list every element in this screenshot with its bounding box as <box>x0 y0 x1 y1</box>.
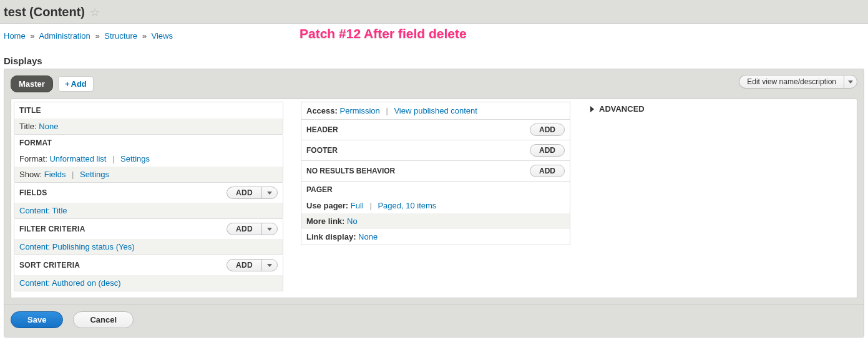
filter-row-1: Content: Publishing status (Yes) <box>14 239 283 255</box>
show-label: Show: <box>19 170 42 179</box>
format-header: FORMAT <box>14 135 283 151</box>
column-mid: Access: Permission | View published cont… <box>301 102 570 295</box>
view-edit-canvas: TITLE Title: None FORMAT Format: Unforma… <box>11 99 857 298</box>
noresults-section-label: NO RESULTS BEHAVIOR <box>306 167 395 175</box>
header-add-button[interactable]: Add <box>530 124 565 136</box>
format-settings-link[interactable]: Settings <box>120 154 150 163</box>
use-pager-row: Use pager: Full | Paged, 10 items <box>301 198 570 213</box>
fields-add-dropdown[interactable] <box>261 187 278 199</box>
pipe: | <box>112 154 114 163</box>
noresults-add-button[interactable]: Add <box>530 165 565 177</box>
page-title: test (Content) <box>4 5 85 19</box>
filter-bucket: FILTER CRITERIA Add Content: Publishing … <box>14 219 283 255</box>
fields-add-button[interactable]: Add <box>227 187 261 199</box>
format-row: Format: Unformatted list | Settings <box>14 151 283 167</box>
format-label: Format: <box>19 154 47 163</box>
fields-header: FIELDS Add <box>14 183 283 203</box>
format-bucket: FORMAT Format: Unformatted list | Settin… <box>14 135 283 183</box>
header-add-group[interactable]: Add <box>530 124 565 136</box>
pipe: | <box>369 201 371 210</box>
title-label: Title: <box>19 122 37 131</box>
use-pager-detail-link[interactable]: Paged, 10 items <box>378 201 436 210</box>
advanced-label: ADVANCED <box>599 104 645 114</box>
title-bucket: TITLE Title: None <box>14 102 283 135</box>
edit-view-dropdown[interactable]: Edit view name/description <box>739 75 857 89</box>
edit-view-name-button[interactable]: Edit view name/description <box>739 75 844 89</box>
chevron-down-icon <box>267 264 272 267</box>
filter-add-group[interactable]: Add <box>227 223 278 235</box>
breadcrumb-views[interactable]: Views <box>152 31 173 41</box>
filter-add-button[interactable]: Add <box>227 223 261 235</box>
displays-tabs: Master +Add Edit view name/description <box>4 69 864 99</box>
access-detail-link[interactable]: View published content <box>394 106 477 115</box>
title-header: TITLE <box>14 102 283 119</box>
noresults-add-group[interactable]: Add <box>530 165 565 177</box>
breadcrumb-sep: » <box>142 31 147 41</box>
chevron-down-icon <box>267 192 272 195</box>
header-section-label: HEADER <box>306 125 338 134</box>
chevron-down-icon <box>267 228 272 231</box>
save-button[interactable]: Save <box>11 311 63 328</box>
displays-heading: Displays <box>4 56 868 66</box>
fields-row-1: Content: Title <box>14 203 283 218</box>
footer-section-label: FOOTER <box>306 146 338 155</box>
breadcrumb-sep: » <box>95 31 99 41</box>
tab-master[interactable]: Master <box>11 75 53 92</box>
chevron-down-icon <box>848 80 853 84</box>
more-link-row: More link: No <box>301 213 570 229</box>
sort-add-dropdown[interactable] <box>261 259 278 271</box>
field-content-title[interactable]: Content: Title <box>19 206 67 215</box>
add-display-label: Add <box>71 79 87 89</box>
title-row: Title: None <box>14 119 283 134</box>
edit-view-dropdown-toggle[interactable] <box>844 75 857 89</box>
use-pager-value-link[interactable]: Full <box>351 201 364 210</box>
access-label: Access: <box>306 106 338 115</box>
actions-bar: Save Cancel <box>4 304 864 337</box>
column-right: ADVANCED <box>588 102 854 295</box>
more-link-value-link[interactable]: No <box>347 216 358 226</box>
filter-add-dropdown[interactable] <box>261 223 278 235</box>
use-pager-label: Use pager: <box>306 201 348 210</box>
sort-add-group[interactable]: Add <box>227 259 278 271</box>
footer-add-group[interactable]: Add <box>530 144 565 157</box>
pager-header-label: PAGER <box>306 185 333 194</box>
fields-bucket: FIELDS Add Content: Title <box>14 183 283 219</box>
access-value-link[interactable]: Permission <box>340 106 380 115</box>
breadcrumb-structure[interactable]: Structure <box>104 31 137 41</box>
sort-authored-on[interactable]: Content: Authored on (desc) <box>19 278 121 288</box>
cancel-button[interactable]: Cancel <box>73 311 134 328</box>
sort-add-button[interactable]: Add <box>227 259 261 271</box>
breadcrumb-admin[interactable]: Administration <box>39 31 90 41</box>
plus-icon: + <box>65 79 70 89</box>
show-row: Show: Fields | Settings <box>14 167 283 182</box>
filter-header: FILTER CRITERIA Add <box>14 219 283 239</box>
pipe: | <box>72 170 74 179</box>
footer-add-button[interactable]: Add <box>530 144 565 157</box>
triangle-right-icon <box>590 106 594 112</box>
annotation-text: Patch #12 After field delete <box>300 26 467 41</box>
displays-panel: Master +Add Edit view name/description T… <box>4 69 864 338</box>
breadcrumb-home[interactable]: Home <box>4 31 26 41</box>
sort-header-label: SORT CRITERIA <box>19 261 80 270</box>
more-link-label: More link: <box>306 216 344 226</box>
filter-publishing-status[interactable]: Content: Publishing status (Yes) <box>19 242 135 251</box>
show-value-link[interactable]: Fields <box>44 170 66 179</box>
filter-header-label: FILTER CRITERIA <box>19 225 85 233</box>
link-display-value-link[interactable]: None <box>358 232 378 241</box>
link-display-row: Link display: None <box>301 229 570 245</box>
header-section: HEADER Add <box>301 120 570 140</box>
advanced-toggle[interactable]: ADVANCED <box>588 104 854 114</box>
sort-header: SORT CRITERIA Add <box>14 255 283 275</box>
add-display-button[interactable]: +Add <box>58 76 94 92</box>
star-icon[interactable]: ☆ <box>90 6 100 19</box>
format-value-link[interactable]: Unformatted list <box>49 154 106 163</box>
link-display-label: Link display: <box>306 232 356 241</box>
show-settings-link[interactable]: Settings <box>80 170 109 179</box>
fields-add-group[interactable]: Add <box>227 187 278 199</box>
title-value-link[interactable]: None <box>39 122 58 131</box>
footer-section: FOOTER Add <box>301 140 570 161</box>
access-row: Access: Permission | View published cont… <box>301 102 570 120</box>
pager-header: PAGER <box>301 182 570 198</box>
breadcrumb-sep: » <box>30 31 34 41</box>
pipe: | <box>386 106 388 115</box>
